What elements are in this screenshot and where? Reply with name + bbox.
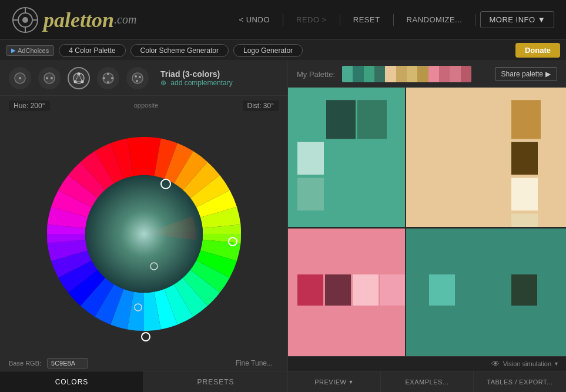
svg-point-21 <box>111 77 113 79</box>
svg-rect-45 <box>429 274 455 306</box>
more-info-button[interactable]: MORE INFO ▼ <box>480 11 554 28</box>
svg-point-10 <box>46 77 48 79</box>
vision-bar: 👁 Vision simulation ▼ <box>288 356 566 371</box>
svg-point-27 <box>136 80 138 82</box>
svg-rect-35 <box>511 100 541 139</box>
four-color-palette-tab[interactable]: 4 Color Palette <box>59 44 125 57</box>
svg-point-26 <box>139 76 141 78</box>
tab-colors[interactable]: COLORS <box>0 371 144 392</box>
palette-row: My Palette: Share palette ▶ <box>288 61 566 88</box>
base-rgb-label: Base RGB: <box>9 360 41 367</box>
mono-icon <box>14 72 26 85</box>
base-selector[interactable] <box>142 333 150 341</box>
svg-point-20 <box>107 73 109 75</box>
tab-presets[interactable]: PRESETS <box>144 371 287 392</box>
svg-point-9 <box>44 73 55 83</box>
logo-icon <box>12 6 39 33</box>
svg-rect-37 <box>511 178 538 211</box>
palette-preview <box>342 66 471 82</box>
share-arrow-icon: ▶ <box>545 70 551 78</box>
bottom-tabs-left: COLORS PRESETS <box>0 371 287 392</box>
reset-button[interactable]: RESET <box>345 12 389 28</box>
svg-point-11 <box>51 77 53 79</box>
svg-rect-30 <box>326 100 356 139</box>
svg-rect-31 <box>357 100 387 139</box>
preview-arrow-icon: ▼ <box>348 379 353 385</box>
adchoices[interactable]: ▶ AdChoices <box>6 45 54 56</box>
svg-rect-46 <box>511 274 537 306</box>
opposite-label: opposite <box>129 100 163 111</box>
color-grid[interactable] <box>288 88 566 356</box>
color-scheme-generator-tab[interactable]: Color Scheme Generator <box>130 44 229 57</box>
my-palette-label: My Palette: <box>297 70 335 79</box>
tab-examples[interactable]: EXAMPLES... <box>381 371 474 392</box>
svg-point-8 <box>19 77 21 79</box>
logo-domain: .com <box>114 13 136 26</box>
color-swatches-grid <box>288 88 566 356</box>
svg-rect-32 <box>297 142 324 175</box>
vision-eye-icon: 👁 <box>491 359 500 368</box>
vision-arrow-icon: ▼ <box>554 361 559 367</box>
redo-button[interactable]: REDO > <box>288 12 335 28</box>
header: paletton .com < UNDO REDO > RESET RANDOM… <box>0 0 566 40</box>
wheel-area[interactable] <box>0 113 287 354</box>
fine-tune-label[interactable]: Fine Tune... <box>236 359 273 367</box>
hue-label: Hue: 200° <box>9 100 50 111</box>
mode-tetrad[interactable] <box>97 67 119 89</box>
logo: paletton .com <box>12 6 136 33</box>
mode-title: Triad (3-colors) <box>160 69 235 79</box>
nav-divider-4 <box>475 14 475 26</box>
nav-buttons: < UNDO REDO > RESET RANDOMIZE... MORE IN… <box>231 11 554 28</box>
mode-free[interactable] <box>126 67 149 89</box>
dist-label: Dist: 30° <box>243 100 279 111</box>
share-palette-button[interactable]: Share palette ▶ <box>495 67 557 81</box>
svg-rect-41 <box>325 274 351 306</box>
left-panel: Triad (3-colors) ⊕ add complementary Hue… <box>0 61 288 392</box>
main-area: Triad (3-colors) ⊕ add complementary Hue… <box>0 61 566 392</box>
tab-tables-export[interactable]: TABLES / EXPORT... <box>474 371 566 392</box>
adjacent-icon <box>43 72 56 85</box>
logo-generator-tab[interactable]: Logo Generator <box>233 44 303 57</box>
svg-point-25 <box>135 75 137 78</box>
wheel-inner <box>85 175 203 293</box>
triad-icon <box>72 72 85 85</box>
color-wheel[interactable] <box>35 125 253 343</box>
svg-rect-33 <box>297 178 324 211</box>
free-icon <box>131 72 144 85</box>
nav-divider-2 <box>340 14 340 26</box>
plus-icon: ⊕ <box>160 79 166 87</box>
svg-rect-40 <box>297 274 323 306</box>
svg-rect-36 <box>511 142 538 175</box>
hue-controls: Hue: 200° opposite Dist: 30° <box>0 96 287 113</box>
nav-divider-1 <box>283 14 283 26</box>
svg-rect-43 <box>380 274 406 306</box>
tab-preview[interactable]: PREVIEW ▼ <box>288 371 381 392</box>
svg-rect-34 <box>406 88 566 227</box>
svg-point-23 <box>103 77 105 79</box>
base-rgb-input[interactable] <box>47 358 88 368</box>
add-complementary[interactable]: ⊕ add complementary <box>160 79 235 87</box>
mode-mono[interactable] <box>9 67 31 89</box>
vision-label: Vision simulation <box>503 360 551 367</box>
nav-divider-3 <box>393 14 394 26</box>
logo-text: paletton <box>43 8 114 32</box>
svg-point-2 <box>22 17 28 23</box>
undo-button[interactable]: < UNDO <box>231 12 278 28</box>
svg-point-22 <box>107 81 109 83</box>
adchoices-icon: ▶ <box>11 47 16 53</box>
bottom-tabs-right: PREVIEW ▼ EXAMPLES... TABLES / EXPORT... <box>288 371 566 392</box>
tetrad-icon <box>102 72 115 85</box>
svg-rect-42 <box>353 274 379 306</box>
mode-adjacent[interactable] <box>38 67 61 89</box>
donate-button[interactable]: Donate <box>515 43 560 58</box>
mode-triad[interactable] <box>68 67 90 89</box>
right-panel: My Palette: Share palette ▶ <box>288 61 566 392</box>
more-info-arrow-icon: ▼ <box>538 15 545 24</box>
mode-info: Triad (3-colors) ⊕ add complementary <box>160 69 235 87</box>
palette-modes: Triad (3-colors) ⊕ add complementary <box>0 61 287 96</box>
base-rgb-row: Base RGB: Fine Tune... <box>0 354 287 371</box>
top-bar: ▶ AdChoices 4 Color Palette Color Scheme… <box>0 40 566 61</box>
randomize-button[interactable]: RANDOMIZE... <box>398 12 471 28</box>
